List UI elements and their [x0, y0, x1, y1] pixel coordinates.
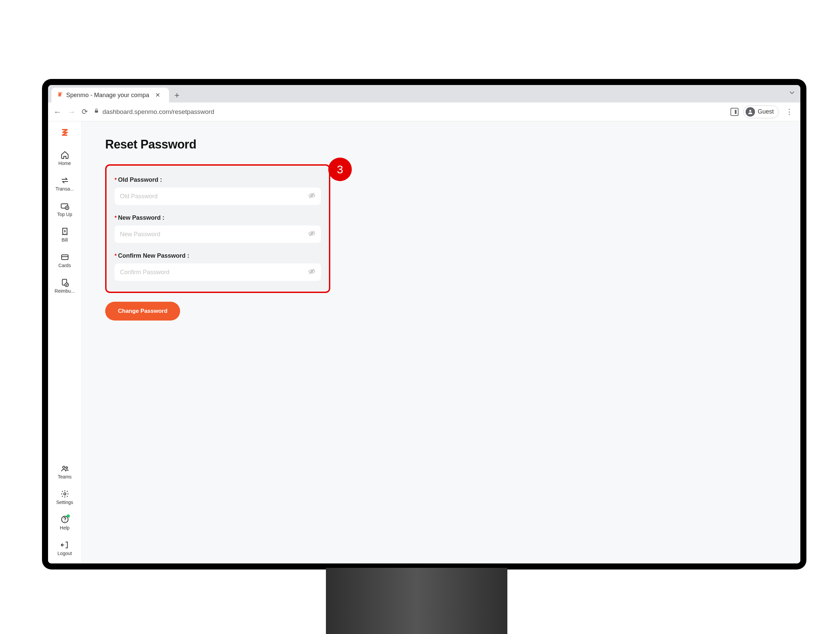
- lock-icon: [94, 108, 99, 115]
- svg-rect-0: [95, 110, 98, 113]
- required-asterisk: *: [115, 177, 117, 183]
- svg-point-10: [63, 466, 65, 469]
- old-password-label: Old Password :: [118, 177, 162, 183]
- field-label: * Old Password :: [115, 177, 321, 183]
- svg-point-14: [64, 521, 65, 522]
- new-password-input[interactable]: [120, 231, 308, 238]
- required-asterisk: *: [115, 253, 117, 259]
- reimbursement-icon: [60, 278, 69, 287]
- change-password-button[interactable]: Change Password: [105, 302, 180, 320]
- sidebar-item-bill[interactable]: $ Bill: [48, 226, 81, 244]
- notification-dot-icon: [66, 514, 70, 518]
- app-root: Home Transa... Top Up: [48, 121, 801, 563]
- app-logo-icon[interactable]: [60, 127, 69, 140]
- profile-chip[interactable]: Guest: [743, 106, 779, 118]
- tab-title: Spenmo - Manage your compa: [66, 92, 149, 99]
- help-icon: [60, 515, 69, 524]
- reset-password-form: * Old Password : * Ne: [105, 164, 330, 293]
- panel-toggle-icon[interactable]: [731, 108, 739, 116]
- confirm-password-input[interactable]: [120, 269, 308, 276]
- sidebar-item-settings[interactable]: Settings: [48, 488, 81, 506]
- browser-menu-button[interactable]: ⋮: [783, 107, 795, 116]
- back-button[interactable]: ←: [54, 107, 62, 117]
- new-tab-button[interactable]: +: [169, 88, 185, 103]
- required-asterisk: *: [115, 215, 117, 221]
- sidebar-item-label: Bill: [62, 237, 68, 243]
- old-password-input[interactable]: [120, 193, 308, 200]
- toggle-visibility-icon[interactable]: [308, 268, 316, 277]
- sidebar-item-home[interactable]: Home: [48, 149, 81, 167]
- field-label: * New Password :: [115, 214, 321, 221]
- new-password-label: New Password :: [118, 214, 164, 221]
- sidebar-item-label: Transa...: [55, 186, 74, 191]
- logout-icon: [60, 541, 69, 549]
- forward-button[interactable]: →: [68, 107, 76, 117]
- monitor-frame: Spenmo - Manage your compa ✕ + ← → ⟳ das…: [42, 79, 807, 569]
- sidebar-item-transactions[interactable]: Transa...: [48, 175, 81, 193]
- sidebar-item-label: Help: [60, 525, 69, 530]
- toggle-visibility-icon[interactable]: [308, 192, 316, 201]
- svg-point-11: [66, 467, 67, 468]
- close-tab-icon[interactable]: ✕: [155, 91, 160, 99]
- url-text: dashboard.spenmo.com/resetpassword: [103, 108, 215, 115]
- sidebar-item-label: Home: [58, 161, 71, 166]
- old-password-field: * Old Password :: [115, 177, 321, 205]
- sidebar-item-cards[interactable]: Cards: [48, 251, 81, 270]
- gear-icon: [60, 489, 69, 498]
- topup-icon: [60, 202, 69, 210]
- svg-rect-1: [735, 110, 736, 114]
- browser-tab[interactable]: Spenmo - Manage your compa ✕: [51, 88, 169, 103]
- sidebar-item-label: Settings: [56, 500, 73, 505]
- profile-label: Guest: [758, 108, 774, 115]
- window-expand-icon[interactable]: [788, 89, 796, 98]
- sidebar-item-topup[interactable]: Top Up: [48, 200, 81, 218]
- sidebar-item-logout[interactable]: Logout: [48, 539, 81, 557]
- sidebar-item-label: Reimbu...: [55, 288, 75, 293]
- svg-text:$: $: [64, 229, 66, 233]
- browser-address-bar: ← → ⟳ dashboard.spenmo.com/resetpassword…: [48, 103, 801, 121]
- teams-icon: [60, 464, 69, 473]
- confirm-password-label: Confirm New Password :: [118, 252, 189, 259]
- url-bar[interactable]: dashboard.spenmo.com/resetpassword: [94, 108, 725, 115]
- sidebar-item-label: Top Up: [57, 212, 72, 217]
- step-annotation-badge: 3: [328, 158, 352, 181]
- sidebar-item-teams[interactable]: Teams: [48, 463, 81, 481]
- spenmo-favicon-icon: [57, 91, 63, 99]
- card-icon: [60, 253, 69, 262]
- avatar-icon: [745, 107, 755, 117]
- page-title: Reset Password: [105, 137, 777, 151]
- sidebar-item-label: Cards: [58, 263, 71, 268]
- sidebar-item-label: Teams: [58, 474, 71, 479]
- sidebar-item-label: Logout: [57, 551, 72, 556]
- screen: Spenmo - Manage your compa ✕ + ← → ⟳ das…: [48, 85, 801, 563]
- sidebar-item-help[interactable]: Help: [48, 514, 81, 532]
- monitor-stand: [326, 568, 507, 634]
- confirm-password-field: * Confirm New Password :: [115, 252, 321, 281]
- sidebar-item-reimbursements[interactable]: Reimbu...: [48, 277, 81, 295]
- reload-button[interactable]: ⟳: [82, 107, 88, 116]
- annotation-number: 3: [337, 163, 343, 176]
- bill-icon: $: [60, 227, 69, 236]
- field-label: * Confirm New Password :: [115, 252, 321, 259]
- toggle-visibility-icon[interactable]: [308, 230, 316, 239]
- main-content: Reset Password * Old Password :: [82, 121, 801, 563]
- browser-tab-strip: Spenmo - Manage your compa ✕ +: [48, 85, 801, 103]
- transfer-icon: [60, 176, 69, 185]
- svg-point-12: [63, 493, 66, 495]
- svg-point-2: [749, 110, 751, 112]
- sidebar: Home Transa... Top Up: [48, 121, 82, 563]
- home-icon: [60, 150, 69, 159]
- svg-rect-6: [62, 255, 68, 260]
- new-password-field: * New Password :: [115, 214, 321, 243]
